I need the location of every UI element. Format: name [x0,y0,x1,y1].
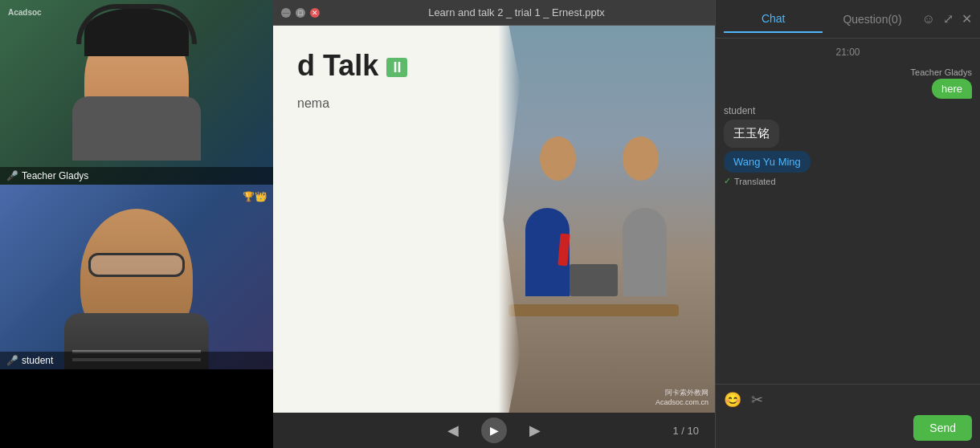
slide-area: d Talk II nema [273,26,715,413]
minimize-icon: — [283,9,290,17]
slide-title: d Talk II [297,50,448,82]
watermark-line2: Acadsoc.com.cn [655,398,708,406]
left-panel: Acadsoc 🎤 Teacher Gladys 👑 [0,0,273,448]
translated-label: ✓ Translated [724,176,776,186]
maximize-button[interactable]: □ [296,8,305,18]
student-video-bg: 👑 [0,185,273,369]
chat-header: Chat Question(0) ☺ ⤢ ✕ [716,0,980,39]
play-button[interactable]: ▶ [481,417,507,443]
teacher-message-group: Teacher Gladys here [724,67,972,99]
chat-footer: 😊 ✂ Send [716,384,980,448]
slide-image: 阿卡索外教网 Acadsoc.com.cn [472,26,716,413]
watermark-line1: 阿卡索外教网 [655,388,708,398]
teacher-video-feed: Acadsoc 🎤 Teacher Gladys [0,0,273,185]
student-label-bar: 🎤 student [0,352,273,369]
maximize-icon: □ [298,9,302,17]
chat-header-icons: ☺ ⤢ ✕ [922,11,972,26]
teacher-message-bubble: here [932,79,972,99]
acadsoc-logo-top: Acadsoc [8,8,42,17]
student-name-label: student [22,355,53,366]
prev-slide-button[interactable]: ◀ [441,418,465,442]
prev-icon: ◀ [447,422,459,438]
teacher-name-label: Teacher Gladys [22,170,88,181]
send-area: Send [724,415,972,441]
slide-left: d Talk II nema [273,26,472,413]
translated-bubble: Wang Yu Ming [724,151,811,173]
chat-body: 21:00 Teacher Gladys here student 王玉铭 Wa… [716,39,980,384]
teacher-sender-name: Teacher Gladys [911,67,972,77]
center-panel: — □ ✕ Learn and talk 2 _ trial 1 _ Ernes… [273,0,715,448]
student-video-feed: 👑 🎤 student 🏆 x0 [0,185,273,369]
chat-time: 21:00 [724,47,972,58]
next-icon: ▶ [529,422,541,438]
slide-counter: 1 / 10 [672,425,699,437]
translated-text-label: Translated [734,177,776,186]
trophy-icon: 🏆 [243,191,255,202]
slide-right: 阿卡索外教网 Acadsoc.com.cn [472,26,716,413]
mic-icon: 🎤 [6,170,18,181]
teacher-label-bar: 🎤 Teacher Gladys [0,167,273,185]
next-slide-button[interactable]: ▶ [523,418,547,442]
student-section-label: student [724,105,755,116]
title-bar: — □ ✕ Learn and talk 2 _ trial 1 _ Ernes… [273,0,715,26]
slide-tag: II [386,58,407,77]
tab-chat[interactable]: Chat [724,6,823,33]
expand-icon[interactable]: ⤢ [943,11,953,26]
tab-question[interactable]: Question(0) [823,6,921,32]
chat-tools: 😊 ✂ [724,391,972,409]
window-title: Learn and talk 2 _ trial 1 _ Ernest.pptx [326,6,707,18]
close-icon: ✕ [312,9,318,17]
trophy-badge: 🏆 x0 [243,191,267,202]
send-button[interactable]: Send [913,415,972,441]
right-panel: Chat Question(0) ☺ ⤢ ✕ 21:00 Teacher Gla… [715,0,980,448]
teacher-video-bg: Acadsoc [0,0,273,185]
mic-icon-student: 🎤 [6,355,18,366]
minimize-button[interactable]: — [281,8,291,18]
smiley-header-icon[interactable]: ☺ [922,12,935,26]
check-icon: ✓ [724,176,731,186]
close-button[interactable]: ✕ [310,8,320,18]
close-chat-icon[interactable]: ✕ [962,11,972,26]
slide-controls: ◀ ▶ ▶ 1 / 10 [273,413,715,448]
slide-watermark: 阿卡索外教网 Acadsoc.com.cn [655,388,708,406]
emoji-icon[interactable]: 😊 [724,391,741,409]
slide-subtitle: nema [297,96,448,111]
scissors-icon[interactable]: ✂ [751,391,763,409]
slide-content: d Talk II nema [273,26,715,413]
trophy-count: x0 [256,191,267,202]
student-message-group: student 王玉铭 Wang Yu Ming ✓ Translated [724,105,972,186]
chinese-text-bubble: 王玉铭 [724,120,779,148]
slide-title-text: d Talk [297,49,378,82]
play-icon: ▶ [490,424,499,437]
